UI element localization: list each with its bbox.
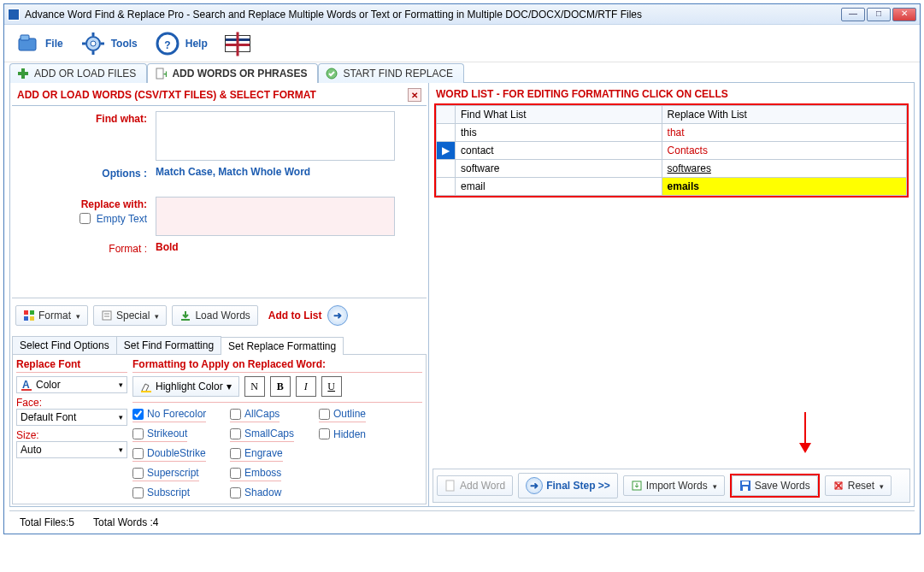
menu-tools-label: Tools [111, 38, 138, 50]
cell-find[interactable]: software [456, 160, 662, 178]
tab-add-words[interactable]: + ADD WORDS OR PHRASES [147, 63, 318, 83]
replace-font-column: Replace Font A Color ▾ Face: Default Fon… [16, 358, 127, 500]
cell-replace[interactable]: Contacts [662, 142, 906, 160]
doc-add-icon [444, 480, 456, 492]
load-words-button[interactable]: Load Words [172, 305, 257, 326]
chk-superscript[interactable]: Superscript [132, 467, 199, 481]
tab-start-find-replace[interactable]: START FIND REPLACE [318, 63, 464, 83]
format-value: Bold [156, 241, 179, 253]
table-row[interactable]: this that [437, 124, 907, 142]
main-layout: ADD OR LOAD WORDS (CSV/TXT FILES) & SELE… [9, 82, 915, 507]
row-indicator-head [437, 106, 456, 124]
import-icon [631, 480, 643, 492]
svg-rect-15 [24, 310, 28, 315]
chk-noforecolor[interactable]: No Forecolor [132, 408, 206, 422]
add-word-button[interactable]: Add Word [437, 475, 513, 496]
chk-engrave[interactable]: Engrave [230, 447, 283, 462]
chk-outline[interactable]: Outline [319, 408, 366, 422]
replace-row: Replace with: Empty Text [12, 192, 427, 236]
cell-replace[interactable]: that [662, 124, 906, 142]
menu-language[interactable] [225, 35, 250, 52]
close-button[interactable]: ✕ [892, 8, 916, 21]
left-panel-head: ADD OR LOAD WORDS (CSV/TXT FILES) & SELE… [12, 85, 427, 106]
format-label: Format : [27, 241, 147, 255]
size-dropdown[interactable]: Auto▾ [16, 441, 127, 458]
reset-icon [833, 480, 845, 492]
bold-button[interactable]: B [270, 376, 291, 397]
chk-shadow[interactable]: Shadow [230, 486, 281, 500]
menu-tools[interactable]: Tools [80, 31, 138, 56]
app-icon [8, 9, 20, 21]
arrow-right-icon: ➜ [327, 305, 348, 326]
empty-text-checkbox[interactable]: Empty Text [27, 210, 147, 227]
menu-file[interactable]: File [15, 31, 63, 56]
cell-replace[interactable]: softwares [662, 160, 906, 178]
svg-point-3 [91, 41, 96, 46]
svg-rect-24 [21, 389, 32, 391]
chk-strikeout[interactable]: Strikeout [132, 428, 187, 442]
special-button[interactable]: Special [93, 305, 167, 326]
chk-smallcaps[interactable]: SmallCaps [230, 428, 294, 442]
menubar: File Tools ? Help [4, 25, 920, 62]
highlight-label: Highlight Color [156, 380, 223, 392]
italic-button[interactable]: I [296, 376, 316, 397]
add-to-list-button[interactable]: Add to List ➜ [263, 302, 353, 329]
save-words-button[interactable]: Save Words [732, 475, 818, 496]
face-dropdown[interactable]: Default Font▾ [16, 409, 127, 426]
svg-rect-17 [24, 316, 28, 321]
table-row[interactable]: software softwares [437, 160, 907, 178]
find-label: Find what: [27, 111, 147, 125]
formatting-head: Formatting to Apply on Replaced Word: [132, 358, 422, 373]
chevron-down-icon: ▾ [119, 413, 123, 422]
format-btn-icon [23, 310, 35, 321]
svg-rect-19 [103, 311, 111, 320]
chk-allcaps[interactable]: AllCaps [230, 408, 280, 422]
final-step-label: Final Step >> [546, 480, 610, 492]
underline-button[interactable]: U [321, 376, 342, 397]
chevron-down-icon: ▾ [119, 445, 123, 454]
subtab-find-options[interactable]: Select Find Options [12, 336, 117, 354]
format-button[interactable]: Format [15, 305, 88, 326]
format-row: Format : Bold [12, 236, 427, 255]
tab1-label: ADD OR LOAD FILES [34, 68, 136, 80]
highlight-color-button[interactable]: Highlight Color ▾ [132, 376, 239, 397]
final-step-button[interactable]: ➜ Final Step >> [518, 473, 618, 498]
plus-icon [17, 68, 29, 80]
import-words-label: Import Words [646, 480, 708, 492]
options-label: Options : [27, 166, 147, 180]
menu-help[interactable]: ? Help [155, 31, 208, 56]
col-replace-head: Replace With List [662, 106, 906, 124]
chk-hidden[interactable]: Hidden [319, 428, 366, 442]
minimize-button[interactable]: — [841, 8, 865, 21]
chk-emboss[interactable]: Emboss [230, 467, 281, 481]
find-what-input[interactable] [156, 111, 395, 161]
color-dropdown[interactable]: A Color ▾ [16, 376, 127, 393]
word-list-table[interactable]: Find What List Replace With List this th… [436, 105, 907, 196]
tab3-label: START FIND REPLACE [343, 68, 453, 80]
subtab-replace-formatting[interactable]: Set Replace Formatting [221, 337, 344, 355]
load-words-icon [180, 310, 191, 321]
cell-find[interactable]: contact [456, 142, 662, 160]
chk-subscript[interactable]: Subscript [132, 486, 190, 500]
maximize-button[interactable]: □ [867, 8, 891, 21]
reset-button[interactable]: Reset [825, 475, 892, 496]
table-row[interactable]: email emails [437, 178, 907, 196]
empty-text-input[interactable] [79, 213, 91, 224]
style-buttons-row: Highlight Color ▾ N B I U [132, 376, 422, 397]
replace-font-head: Replace Font [16, 358, 127, 373]
panel-close-icon[interactable]: ✕ [408, 88, 421, 102]
table-row-selected[interactable]: ▶ contact Contacts [437, 142, 907, 160]
format-btn-label: Format [38, 310, 71, 321]
subtab-find-formatting[interactable]: Set Find Formatting [116, 336, 221, 354]
cell-find[interactable]: this [456, 124, 662, 142]
replace-with-input[interactable] [156, 197, 395, 236]
chk-doublestrike[interactable]: DoubleStrike [132, 447, 206, 462]
replace-label: Replace with: [27, 197, 147, 210]
status-files: Total Files:5 [20, 516, 74, 528]
save-words-label: Save Words [755, 480, 810, 492]
import-words-button[interactable]: Import Words [623, 475, 725, 496]
cell-find[interactable]: email [456, 178, 662, 196]
normal-button[interactable]: N [244, 376, 265, 397]
cell-replace[interactable]: emails [662, 178, 906, 196]
tab-add-load-files[interactable]: ADD OR LOAD FILES [9, 63, 147, 83]
